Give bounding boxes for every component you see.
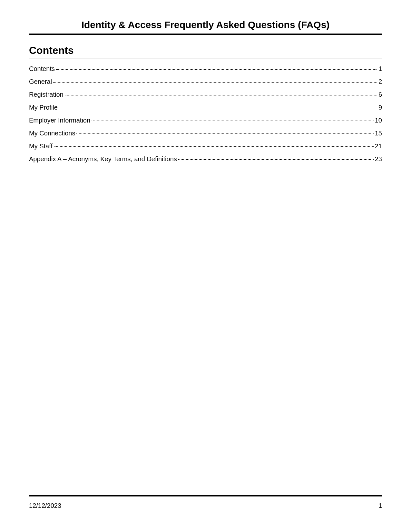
toc-leader-dots	[65, 95, 377, 95]
toc-entry[interactable]: Registration 6	[29, 90, 382, 99]
toc-entry[interactable]: Appendix A – Acronyms, Key Terms, and De…	[29, 154, 382, 163]
toc-title: General	[29, 77, 52, 86]
toc-title: Contents	[29, 64, 55, 73]
toc-title: Registration	[29, 90, 64, 99]
toc-page-number: 10	[375, 116, 382, 125]
toc-page-number: 6	[378, 90, 382, 99]
toc-page-number: 23	[375, 154, 382, 163]
toc-leader-dots	[54, 146, 374, 147]
toc-title: Employer Information	[29, 116, 90, 125]
footer-date: 12/12/2023	[29, 502, 61, 509]
page-title: Identity & Access Frequently Asked Quest…	[29, 19, 382, 33]
toc-entry[interactable]: Contents 1	[29, 64, 382, 73]
toc-entry[interactable]: My Staff 21	[29, 142, 382, 151]
toc-leader-dots	[178, 159, 374, 160]
toc-entry[interactable]: Employer Information 10	[29, 116, 382, 125]
toc-page-number: 15	[375, 129, 382, 138]
toc-page-number: 21	[375, 142, 382, 151]
table-of-contents: Contents 1 General 2 Registration 6 My P…	[29, 64, 382, 163]
footer-divider	[29, 495, 382, 497]
toc-leader-dots	[76, 133, 373, 134]
toc-page-number: 2	[378, 77, 382, 86]
footer-page-number: 1	[378, 502, 382, 509]
header-divider	[29, 33, 382, 35]
toc-leader-dots	[92, 121, 374, 121]
toc-entry[interactable]: General 2	[29, 77, 382, 86]
toc-entry[interactable]: My Connections 15	[29, 129, 382, 138]
toc-title: My Staff	[29, 142, 53, 151]
toc-entry[interactable]: My Profile 9	[29, 103, 382, 112]
toc-leader-dots	[53, 82, 377, 83]
page-footer: 12/12/2023 1	[29, 495, 382, 509]
toc-title: My Profile	[29, 103, 58, 112]
toc-page-number: 1	[378, 64, 382, 73]
toc-title: My Connections	[29, 129, 75, 138]
toc-page-number: 9	[378, 103, 382, 112]
toc-leader-dots	[56, 69, 377, 70]
contents-heading: Contents	[29, 44, 382, 58]
toc-title: Appendix A – Acronyms, Key Terms, and De…	[29, 154, 177, 163]
toc-leader-dots	[59, 108, 377, 108]
